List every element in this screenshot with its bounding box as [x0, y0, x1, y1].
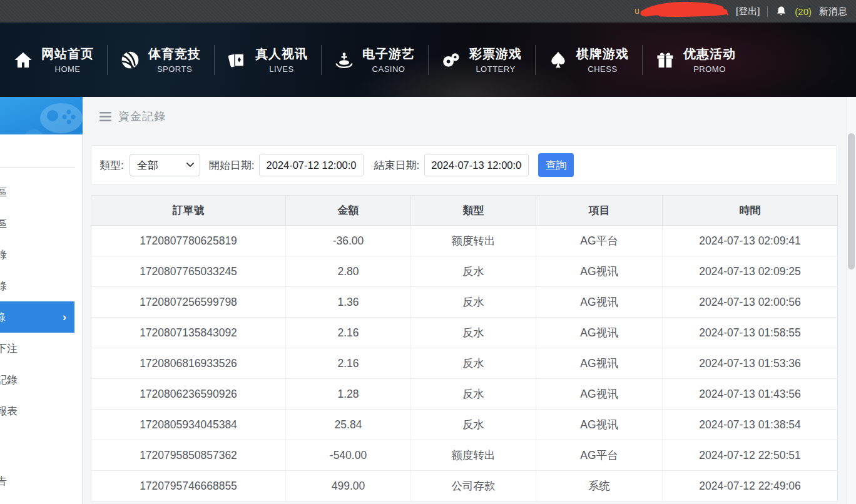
page-title: 資金記錄: [118, 109, 166, 124]
cell-type: 反水: [411, 287, 536, 318]
cell-order-id: 1720807135843092: [91, 318, 286, 348]
cell-amount: -540.00: [286, 440, 411, 471]
nav-item-label-en: LOTTERY: [476, 64, 515, 74]
column-header: 類型: [411, 196, 536, 226]
home-icon: [13, 50, 33, 70]
type-select[interactable]: 全部: [130, 154, 200, 176]
sidebar-item[interactable]: 錄: [0, 239, 82, 270]
nav-item-lottery[interactable]: 彩票游戏 LOTTERY: [428, 38, 535, 82]
sidebar-item[interactable]: 記錄: [0, 364, 82, 395]
cell-project: AG视讯: [536, 379, 663, 410]
page-header: 資金記錄: [83, 97, 846, 136]
nav-item-home[interactable]: 网站首页 HOME: [0, 38, 107, 82]
filter-bar: 類型: 全部 開始日期: 結束日期: 查詢: [91, 145, 837, 185]
hamburger-icon[interactable]: [99, 112, 111, 121]
sidebar-item-label: 報表: [0, 404, 18, 418]
cell-type: 反水: [411, 318, 536, 348]
cell-order-id: 1720795746668855: [91, 471, 286, 501]
column-header: 項目: [536, 196, 663, 226]
cell-amount: 1.28: [286, 379, 411, 410]
sidebar-item[interactable]: 下注: [0, 333, 82, 364]
cell-order-id: 1720805934045384: [91, 410, 286, 440]
nav-item-label-en: CASINO: [372, 64, 405, 74]
sidebar-item-label: 錄: [0, 310, 6, 325]
scrollbar-thumb[interactable]: [848, 133, 855, 270]
cell-amount: 25.84: [286, 410, 411, 440]
cell-order-id: 1720807765033245: [91, 256, 286, 287]
topbar-divider: [767, 6, 768, 17]
sidebar-item[interactable]: 告: [0, 465, 82, 496]
cell-time: 2024-07-13 01:43:56: [663, 379, 838, 410]
nav-item-label-zh: 真人视讯: [255, 46, 308, 63]
cell-project: AG视讯: [536, 287, 663, 318]
cell-project: 系统: [536, 471, 663, 501]
search-button[interactable]: 查詢: [538, 153, 574, 177]
sidebar-item[interactable]: 錄 ›: [0, 301, 74, 333]
type-select-value: 全部: [137, 158, 158, 173]
cell-time: 2024-07-13 02:00:56: [663, 287, 838, 318]
table-row: 1720806236590926 1.28 反水 AG视讯 2024-07-13…: [91, 379, 838, 410]
red-scribble: [638, 2, 728, 21]
cell-type: 反水: [411, 256, 536, 287]
cell-type: 反水: [411, 348, 536, 379]
sidebar: 區 區 錄 錄 錄 › 下注 記錄 報表 告: [0, 134, 83, 504]
nav-item-label-en: HOME: [55, 64, 81, 74]
cell-type: 反水: [411, 379, 536, 410]
start-date-label: 開始日期:: [209, 158, 255, 173]
sidebar-item[interactable]: 錄: [0, 270, 82, 301]
sidebar-item-label: 記錄: [0, 373, 18, 387]
sidebar-item[interactable]: 報表: [0, 395, 82, 426]
sidebar-item-label: 錄: [0, 279, 7, 293]
table-row: 1720807780625819 -36.00 额度转出 AG平台 2024-0…: [91, 226, 838, 256]
table-body: 1720807780625819 -36.00 额度转出 AG平台 2024-0…: [91, 226, 838, 501]
cell-type: 反水: [411, 410, 536, 440]
column-header: 訂單號: [91, 196, 286, 226]
cell-project: AG视讯: [536, 256, 663, 287]
sidebar-divider: [0, 167, 75, 168]
sidebar-item[interactable]: 區: [0, 176, 82, 208]
logout-link[interactable]: [登出]: [736, 6, 760, 18]
sidebar-item-label: 告: [0, 474, 7, 488]
start-date-input[interactable]: [259, 154, 364, 176]
end-date-input[interactable]: [424, 154, 529, 176]
main-nav: 网站首页 HOME 体育竞技 SPORTS 真人视讯 LIVES 电子游艺 CA…: [0, 23, 856, 97]
nav-item-lives[interactable]: 真人视讯 LIVES: [214, 38, 321, 82]
cell-project: AG视讯: [536, 318, 663, 348]
cell-project: AG平台: [536, 440, 663, 471]
funds-record-table: 訂單號金額類型項目時間 1720807780625819 -36.00 额度转出…: [91, 195, 838, 501]
cell-order-id: 1720806816933526: [91, 348, 286, 379]
cell-amount: 1.36: [286, 287, 411, 318]
sports-ball-icon: [120, 50, 140, 70]
vertical-scrollbar[interactable]: [846, 97, 856, 504]
bell-icon[interactable]: [775, 5, 787, 18]
gamepad-graphic: [23, 99, 83, 134]
nav-item-chess[interactable]: 棋牌游戏 CHESS: [535, 38, 642, 82]
nav-item-label-zh: 网站首页: [41, 46, 94, 63]
nav-item-sports[interactable]: 体育竞技 SPORTS: [107, 38, 214, 82]
cell-time: 2024-07-13 01:53:36: [663, 348, 838, 379]
nav-item-casino[interactable]: 电子游艺 CASINO: [321, 38, 428, 82]
cell-type: 公司存款: [411, 471, 536, 501]
column-header: 時間: [663, 196, 838, 226]
sidebar-item-label: 下注: [0, 341, 18, 356]
spade-icon: [548, 50, 568, 70]
cell-amount: 2.16: [286, 318, 411, 348]
cell-amount: 499.00: [286, 471, 411, 501]
type-label: 類型:: [99, 158, 124, 173]
topbar: u [登出] (20) 新消息: [0, 0, 856, 23]
lottery-balls-icon: [441, 50, 461, 70]
message-count: (20): [795, 6, 812, 17]
nav-item-label-zh: 优惠活动: [683, 46, 736, 63]
table-row: 1720807135843092 2.16 反水 AG视讯 2024-07-13…: [91, 318, 838, 348]
sidebar-item[interactable]: 區: [0, 208, 82, 239]
cell-order-id: 1720795850857362: [91, 440, 286, 471]
nav-item-promo[interactable]: 优惠活动 PROMO: [642, 38, 749, 82]
new-message-link[interactable]: 新消息: [819, 6, 847, 18]
cell-time: 2024-07-13 02:09:41: [663, 226, 838, 256]
table-row: 1720807765033245 2.80 反水 AG视讯 2024-07-13…: [91, 256, 838, 287]
column-header: 金額: [286, 196, 411, 226]
cell-project: AG视讯: [536, 348, 663, 379]
sidebar-item-label: 錄: [0, 248, 7, 262]
cell-order-id: 1720807256599798: [91, 287, 286, 318]
playing-cards-icon: [227, 50, 247, 70]
